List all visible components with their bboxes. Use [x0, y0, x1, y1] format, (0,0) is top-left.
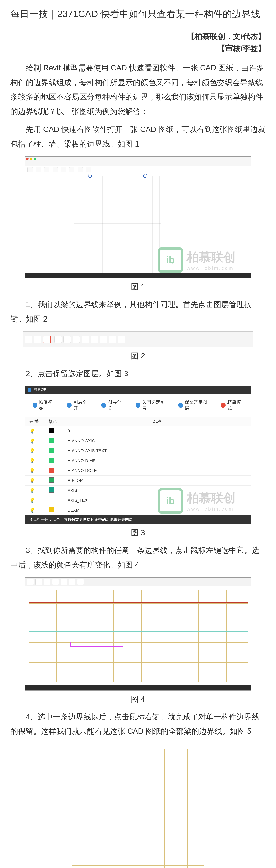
- tool-icon: [82, 336, 89, 343]
- review-line: 【审核/李签】: [10, 43, 266, 54]
- all-close-button[interactable]: 图层全关: [98, 397, 127, 413]
- bulb-icon[interactable]: 💡: [29, 488, 49, 493]
- caption-3: 图 3: [10, 528, 266, 538]
- layer-row[interactable]: 💡 BEAM: [25, 505, 251, 515]
- paragraph-5: 3、找到你所需要的构件的任意一条边界线，点击鼠标左键选中它。选中后，该线的颜色会…: [10, 543, 266, 572]
- bulb-icon[interactable]: 💡: [29, 438, 49, 444]
- layer-row[interactable]: 💡 A-ANNO-DIMS: [25, 456, 251, 466]
- caption-2: 图 2: [10, 351, 266, 361]
- window-controls: [25, 157, 251, 166]
- paragraph-3: 1、我们以梁的边界线来举例，其他构件同理。首先点击图层管理按键。如图 2: [10, 297, 266, 326]
- tool-icon: [54, 336, 62, 343]
- restore-button[interactable]: 恢复初始: [29, 397, 58, 413]
- layer-name: A-ANNO-AXIS-TEXT: [68, 448, 247, 453]
- layer-name: AXIS: [68, 488, 247, 493]
- layer-name: A-ANNO-AXIS: [68, 438, 247, 443]
- tool-icon: [109, 336, 116, 343]
- paragraph-2: 先用 CAD 快速看图软件打开一张 CAD 图纸，可以看到这张图纸里边就包括了柱…: [10, 122, 266, 151]
- bulb-icon[interactable]: 💡: [29, 448, 49, 454]
- all-on-button[interactable]: 图层全开: [64, 397, 93, 413]
- color-swatch: [49, 438, 54, 443]
- layer-name: A-FLOR: [68, 478, 247, 483]
- color-swatch: [49, 507, 54, 512]
- col-name: 名称: [68, 419, 247, 424]
- figure-1: ib 柏慕联创 www.lcbim.com: [25, 156, 251, 278]
- status-bar: [25, 273, 251, 278]
- color-swatch: [49, 458, 54, 463]
- col-onoff: 开/关: [29, 419, 49, 424]
- panel-footer: 图纸打开后，点击上方按钮或者图层列表中的灯泡来开关图层: [25, 515, 251, 524]
- layer-name: A-ANNO-DOTE: [68, 468, 247, 473]
- close-selected-button[interactable]: 关闭选定图层: [132, 397, 170, 413]
- layer-row[interactable]: 💡 0: [25, 426, 251, 436]
- tool-icon: [63, 336, 71, 343]
- layer-row[interactable]: 💡 AXIS_TEXT: [25, 495, 251, 505]
- bulb-icon[interactable]: 💡: [29, 507, 49, 513]
- bulb-icon[interactable]: 💡: [29, 458, 49, 464]
- panel-title: 图层管理: [33, 388, 48, 392]
- layer-name: A-ANNO-DIMS: [68, 458, 247, 463]
- layer-row[interactable]: 💡 A-ANNO-AXIS: [25, 436, 251, 446]
- paragraph-4: 2、点击保留选定图层。如图 3: [10, 366, 266, 381]
- color-swatch: [49, 448, 54, 453]
- byline: 【柏慕联创，文/代杰】: [10, 31, 266, 42]
- paragraph-1: 绘制 Revit 模型需要使用 CAD 快速看图软件。一张 CAD 图纸，由许多…: [10, 61, 266, 119]
- layer-manager-button[interactable]: [43, 336, 51, 343]
- figure-2: [23, 332, 253, 347]
- layer-row[interactable]: 💡 A-FLOR: [25, 476, 251, 486]
- bulb-icon[interactable]: 💡: [29, 468, 49, 473]
- layer-name: AXIS_TEXT: [68, 498, 247, 503]
- tool-icon: [34, 336, 42, 343]
- layer-row[interactable]: 💡 AXIS: [25, 486, 251, 495]
- paragraph-6: 4、选中一条边界线以后，点击鼠标右键。就完成了对单一构件边界线的保留。这样我们就…: [10, 710, 266, 739]
- color-swatch: [49, 497, 54, 502]
- cad-drawing: [74, 176, 161, 274]
- figure-3-layer-panel: 图层管理 恢复初始 图层全开 图层全关 关闭选定图层 保留选定图层 精简模式 开…: [25, 386, 251, 524]
- article-title: 每日一技｜2371CAD 快看中如何只查看某一种构件的边界线: [10, 7, 266, 21]
- color-swatch: [49, 467, 54, 473]
- bulb-icon[interactable]: 💡: [29, 498, 49, 503]
- tool-icon: [118, 336, 125, 343]
- color-swatch: [49, 477, 54, 483]
- tool-icon: [100, 336, 107, 343]
- layer-name: 0: [68, 429, 247, 433]
- figure-4: [25, 578, 251, 690]
- layer-row[interactable]: 💡 A-ANNO-DOTE: [25, 466, 251, 476]
- tool-icon: [73, 336, 80, 343]
- keep-selected-button[interactable]: 保留选定图层: [175, 397, 212, 413]
- caption-4: 图 4: [10, 694, 266, 704]
- simple-mode-button[interactable]: 精简模式: [218, 397, 247, 413]
- tool-icon: [91, 336, 98, 343]
- bulb-icon[interactable]: 💡: [29, 478, 49, 483]
- layer-name: BEAM: [68, 508, 247, 513]
- color-swatch: [49, 487, 54, 493]
- caption-1: 图 1: [10, 282, 266, 292]
- panel-icon: [28, 388, 31, 392]
- selected-line-highlight: [70, 642, 123, 647]
- figure-5: ib 柏慕联创 www.lcbim.com: [51, 744, 225, 868]
- color-swatch: [49, 428, 54, 433]
- layer-row[interactable]: 💡 A-ANNO-AXIS-TEXT: [25, 446, 251, 456]
- col-color: 颜色: [49, 419, 68, 424]
- bulb-icon[interactable]: 💡: [29, 429, 49, 434]
- tool-icon: [25, 336, 32, 343]
